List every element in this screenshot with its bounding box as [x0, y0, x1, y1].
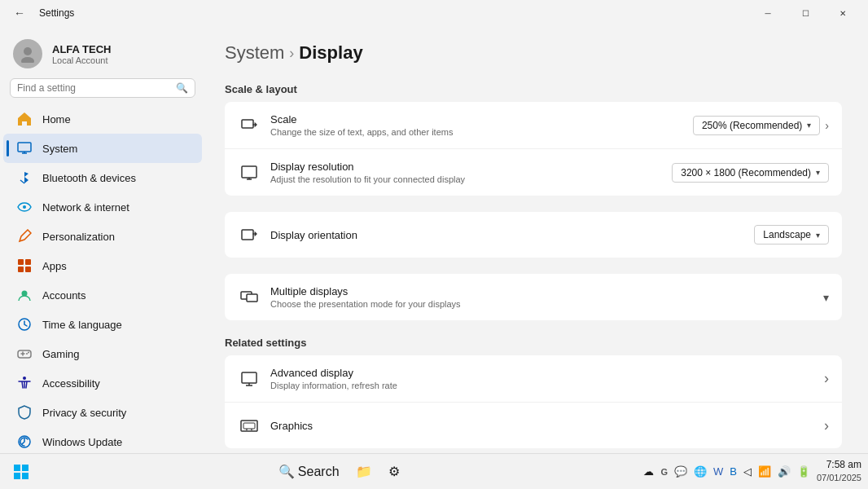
titlebar-left: ← Settings: [7, 0, 74, 26]
tray-g-icon[interactable]: G: [659, 465, 669, 478]
orientation-value: Landscape ▾: [754, 225, 829, 244]
scale-text: Scale Change the size of text, apps, and…: [270, 113, 693, 137]
orientation-chevron: ▾: [816, 231, 820, 240]
orientation-text: Display orientation: [270, 229, 754, 241]
advanced-display-label: Advanced display: [270, 367, 824, 379]
back-button[interactable]: ←: [7, 0, 33, 26]
graphics-label: Graphics: [270, 420, 824, 432]
sidebar-item-personalization[interactable]: Personalization: [3, 222, 202, 251]
tray-word-icon[interactable]: W: [712, 464, 725, 479]
accounts-icon: [16, 287, 33, 303]
user-name: ALFA TECH: [52, 43, 111, 55]
sidebar-item-update-label: Windows Update: [42, 436, 122, 448]
orientation-label: Display orientation: [270, 229, 754, 241]
system-icon: [16, 140, 33, 156]
sidebar-item-accessibility[interactable]: Accessibility: [3, 368, 202, 398]
orientation-row[interactable]: Display orientation Landscape ▾: [225, 212, 842, 258]
sidebar: ALFA TECH Local Account 🔍 Home: [0, 26, 205, 453]
close-button[interactable]: ✕: [824, 0, 861, 26]
resolution-dropdown[interactable]: 3200 × 1800 (Recommended) ▾: [672, 163, 829, 183]
scale-value: 250% (Recommended) ▾ ›: [693, 116, 829, 135]
tray-wifi-icon[interactable]: 📶: [756, 464, 773, 479]
resolution-value: 3200 × 1800 (Recommended) ▾: [672, 163, 829, 183]
resolution-sublabel: Adjust the resolution to fit your connec…: [270, 174, 672, 184]
tray-cloud-icon[interactable]: ☁: [642, 464, 655, 479]
sidebar-item-network[interactable]: Network & internet: [3, 192, 202, 222]
file-explorer-button[interactable]: 📁: [349, 460, 379, 482]
tray-battery-icon[interactable]: 🔋: [796, 464, 812, 479]
multiple-displays-sublabel: Choose the presentation mode for your di…: [270, 299, 822, 309]
tray-edge-icon[interactable]: 🌐: [692, 464, 708, 479]
search-input[interactable]: [17, 82, 171, 94]
sidebar-item-apps[interactable]: Apps: [3, 251, 202, 280]
search-taskbar-button[interactable]: 🔍 Search: [272, 460, 346, 482]
multiple-displays-chevron: ▾: [823, 291, 829, 304]
advanced-display-icon: [238, 368, 261, 390]
settings-taskbar-button[interactable]: ⚙: [382, 460, 406, 482]
update-icon: [16, 434, 33, 450]
sidebar-item-accounts[interactable]: Accounts: [3, 280, 202, 310]
svg-rect-22: [243, 423, 255, 429]
scale-icon: [238, 114, 261, 137]
scale-layout-title: Scale & layout: [225, 83, 842, 95]
content: System › Display Scale & layout Scale: [205, 26, 868, 453]
svg-point-1: [21, 57, 34, 63]
sidebar-item-gaming-label: Gaming: [42, 348, 80, 360]
titlebar-controls: ─ ☐ ✕: [749, 0, 861, 26]
scale-value-text: 250% (Recommended): [702, 120, 802, 131]
taskbar: 🔍 Search 📁 ⚙ ☁ G 💬 🌐 W B ◁ 📶 🔊 🔋 7:58 am…: [0, 453, 868, 489]
sidebar-item-gaming[interactable]: Gaming: [3, 339, 202, 368]
scale-dropdown[interactable]: 250% (Recommended) ▾: [693, 116, 820, 135]
scale-label: Scale: [270, 113, 693, 126]
svg-point-11: [26, 353, 28, 355]
tray-volume-icon[interactable]: 🔊: [776, 464, 792, 479]
titlebar-title: Settings: [39, 7, 74, 19]
sidebar-item-privacy[interactable]: Privacy & security: [3, 398, 202, 427]
sidebar-item-time[interactable]: Time & language: [3, 310, 202, 339]
advanced-display-chevron: ›: [824, 370, 829, 387]
graphics-text: Graphics: [270, 420, 824, 432]
advanced-display-row[interactable]: Advanced display Display information, re…: [225, 355, 842, 403]
svg-rect-4: [18, 259, 24, 265]
sidebar-item-update[interactable]: Windows Update: [3, 427, 202, 453]
orientation-card: Display orientation Landscape ▾: [225, 212, 842, 258]
minimize-button[interactable]: ─: [749, 0, 787, 26]
home-icon: [16, 111, 33, 127]
sidebar-item-system[interactable]: System: [3, 134, 202, 163]
tray-arrow-icon[interactable]: ◁: [742, 464, 753, 479]
user-info: ALFA TECH Local Account: [52, 43, 111, 65]
network-icon: [16, 199, 33, 215]
maximize-button[interactable]: ☐: [787, 0, 824, 26]
tray-teams-icon[interactable]: 💬: [673, 464, 689, 479]
related-settings-title: Related settings: [225, 337, 842, 349]
graphics-row[interactable]: Graphics ›: [225, 403, 842, 448]
clock[interactable]: 7:58 am 07/01/2025: [817, 458, 861, 484]
multiple-displays-row[interactable]: Multiple displays Choose the presentatio…: [225, 274, 842, 320]
orientation-dropdown[interactable]: Landscape ▾: [754, 225, 829, 244]
file-explorer-icon: 📁: [356, 464, 372, 479]
sidebar-item-bluetooth-label: Bluetooth & devices: [42, 172, 136, 184]
start-button[interactable]: [7, 457, 36, 487]
taskbar-center: 🔍 Search 📁 ⚙: [272, 460, 406, 482]
orientation-section: Display orientation Landscape ▾: [225, 212, 842, 258]
svg-rect-5: [25, 259, 31, 265]
scale-layout-section: Scale & layout Scale Change the size of …: [225, 83, 842, 196]
system-tray: ☁ G 💬 🌐 W B ◁ 📶 🔊 🔋: [642, 464, 812, 479]
multiple-displays-text: Multiple displays Choose the presentatio…: [270, 285, 822, 309]
advanced-display-text: Advanced display Display information, re…: [270, 367, 824, 390]
sidebar-item-accounts-label: Accounts: [42, 289, 85, 302]
search-box[interactable]: 🔍: [10, 78, 195, 98]
sidebar-item-bluetooth[interactable]: Bluetooth & devices: [3, 163, 202, 192]
sidebar-item-privacy-label: Privacy & security: [42, 407, 126, 419]
sidebar-item-home[interactable]: Home: [3, 104, 202, 134]
orientation-icon: [238, 223, 261, 246]
resolution-row[interactable]: Display resolution Adjust the resolution…: [225, 149, 842, 196]
resolution-icon: [238, 161, 261, 184]
bluetooth-icon: [16, 170, 33, 186]
scale-row[interactable]: Scale Change the size of text, apps, and…: [225, 102, 842, 149]
sidebar-item-system-label: System: [42, 143, 77, 155]
tray-bluetooth-icon[interactable]: B: [728, 464, 739, 479]
svg-point-3: [23, 205, 26, 209]
multiple-displays-section: Multiple displays Choose the presentatio…: [225, 274, 842, 320]
svg-rect-15: [242, 120, 253, 128]
